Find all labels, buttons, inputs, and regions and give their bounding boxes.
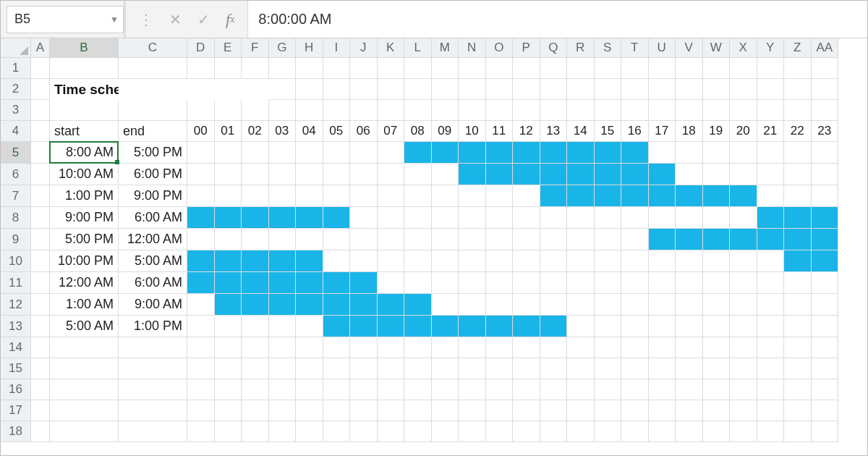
gantt-cell[interactable] (323, 185, 351, 207)
gantt-cell[interactable] (730, 272, 757, 294)
gantt-cell[interactable] (242, 250, 269, 272)
cell[interactable] (513, 79, 540, 100)
row-header[interactable]: 13 (1, 316, 31, 337)
cell[interactable] (350, 358, 378, 379)
column-header[interactable]: I (323, 38, 351, 58)
gantt-cell[interactable] (595, 185, 622, 207)
gantt-cell[interactable] (187, 250, 215, 272)
gantt-cell[interactable] (730, 142, 757, 164)
column-header[interactable]: S (595, 38, 622, 58)
cell[interactable] (119, 79, 187, 100)
cell[interactable] (187, 100, 215, 121)
column-header[interactable]: R (567, 38, 595, 58)
gantt-cell[interactable] (404, 207, 432, 229)
cell[interactable] (269, 100, 297, 121)
column-header[interactable]: J (350, 38, 378, 58)
cell[interactable] (323, 421, 351, 442)
cell[interactable] (187, 58, 215, 79)
gantt-cell[interactable] (730, 164, 757, 185)
cell[interactable] (486, 400, 514, 421)
cell[interactable] (757, 100, 785, 121)
cell[interactable] (703, 337, 731, 358)
cell[interactable] (242, 337, 269, 358)
gantt-cell[interactable] (595, 164, 622, 185)
row-header[interactable]: 16 (1, 379, 31, 400)
gantt-cell[interactable] (432, 294, 459, 316)
cell[interactable] (378, 337, 405, 358)
cell[interactable] (242, 100, 269, 121)
cell[interactable] (215, 337, 242, 358)
gantt-cell[interactable] (812, 272, 839, 294)
fx-icon[interactable]: fx (226, 10, 234, 29)
cell[interactable] (595, 358, 622, 379)
column-header[interactable]: M (432, 38, 459, 58)
cell[interactable] (378, 400, 405, 421)
row-header[interactable]: 8 (1, 207, 31, 229)
row-header[interactable]: 7 (1, 185, 31, 207)
gantt-cell[interactable] (215, 316, 242, 337)
gantt-cell[interactable] (621, 229, 649, 250)
cell[interactable] (350, 421, 378, 442)
cell[interactable] (31, 79, 50, 100)
cell[interactable] (730, 100, 757, 121)
cell[interactable] (812, 379, 839, 400)
cell[interactable] (323, 79, 351, 100)
gantt-cell[interactable] (757, 185, 785, 207)
cell[interactable] (812, 400, 839, 421)
gantt-cell[interactable] (350, 250, 378, 272)
cell[interactable] (621, 79, 649, 100)
cell[interactable] (323, 400, 351, 421)
column-header[interactable]: D (187, 38, 215, 58)
gantt-cell[interactable] (323, 142, 351, 164)
cell[interactable] (50, 400, 119, 421)
gantt-cell[interactable] (730, 207, 757, 229)
gantt-cell[interactable] (595, 272, 622, 294)
gantt-cell[interactable] (540, 164, 568, 185)
gantt-cell[interactable] (296, 294, 323, 316)
gantt-cell[interactable] (269, 294, 297, 316)
cell[interactable] (187, 379, 215, 400)
gantt-cell[interactable] (649, 272, 676, 294)
gantt-cell[interactable] (567, 207, 595, 229)
gantt-cell[interactable] (296, 272, 323, 294)
column-header[interactable]: Z (784, 38, 812, 58)
gantt-cell[interactable] (404, 229, 432, 250)
cell[interactable] (757, 358, 785, 379)
cell[interactable] (296, 337, 323, 358)
cancel-icon[interactable]: ✕ (169, 11, 182, 28)
cell[interactable] (31, 250, 50, 272)
cell[interactable] (730, 400, 757, 421)
gantt-cell[interactable] (269, 316, 297, 337)
cell[interactable] (242, 379, 269, 400)
cell[interactable] (486, 58, 514, 79)
cell[interactable] (119, 400, 187, 421)
gantt-cell[interactable] (269, 250, 297, 272)
gantt-cell[interactable] (187, 164, 215, 185)
cell[interactable] (269, 337, 297, 358)
column-header[interactable]: U (649, 38, 676, 58)
cell[interactable] (567, 400, 595, 421)
cell[interactable] (486, 421, 514, 442)
gantt-cell[interactable] (649, 250, 676, 272)
cell[interactable] (432, 79, 459, 100)
cell[interactable] (459, 100, 486, 121)
cell[interactable] (784, 58, 812, 79)
row-header[interactable]: 4 (1, 121, 31, 142)
cell[interactable] (486, 358, 514, 379)
gantt-cell[interactable] (459, 272, 486, 294)
cell[interactable] (784, 100, 812, 121)
cell[interactable] (649, 421, 676, 442)
cell[interactable] (50, 421, 119, 442)
gantt-cell[interactable] (703, 207, 731, 229)
column-header[interactable]: AA (812, 38, 839, 58)
cell[interactable] (757, 58, 785, 79)
column-header[interactable]: K (378, 38, 405, 58)
gantt-cell[interactable] (378, 272, 405, 294)
gantt-cell[interactable] (432, 142, 459, 164)
start-time[interactable]: 5:00 PM (50, 229, 119, 250)
gantt-cell[interactable] (296, 250, 323, 272)
cell[interactable] (595, 421, 622, 442)
cell[interactable] (31, 400, 50, 421)
gantt-cell[interactable] (621, 164, 649, 185)
end-time[interactable]: 6:00 AM (119, 207, 187, 229)
